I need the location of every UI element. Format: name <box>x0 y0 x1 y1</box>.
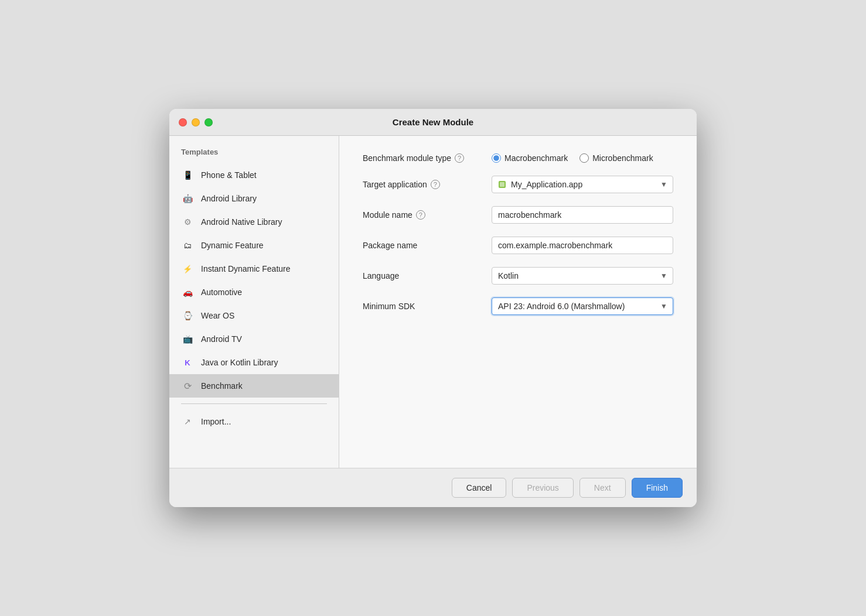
close-button[interactable] <box>179 118 187 126</box>
sidebar-item-instant-dynamic-feature[interactable]: Instant Dynamic Feature <box>169 257 339 280</box>
sidebar-item-import[interactable]: Import... <box>169 410 339 434</box>
previous-button[interactable]: Previous <box>512 478 573 498</box>
module-name-input[interactable] <box>492 206 673 224</box>
create-new-module-dialog: Create New Module Templates Phone & Tabl… <box>169 109 697 507</box>
target-application-select[interactable]: My_Application.app <box>492 176 673 193</box>
microbenchmark-radio[interactable] <box>579 153 589 163</box>
sidebar-item-label: Dynamic Feature <box>201 241 264 250</box>
native-library-icon <box>181 215 194 228</box>
sidebar-item-java-kotlin-library[interactable]: Java or Kotlin Library <box>169 351 339 374</box>
sidebar-item-android-library[interactable]: Android Library <box>169 187 339 210</box>
sidebar-item-benchmark[interactable]: Benchmark <box>169 374 339 398</box>
target-application-label: Target application ? <box>363 180 480 189</box>
sidebar-item-label: Java or Kotlin Library <box>201 358 278 367</box>
sidebar-item-label: Android TV <box>201 334 242 344</box>
sidebar: Templates Phone & Tablet Android Library… <box>169 136 339 468</box>
import-icon <box>181 415 194 428</box>
target-application-help[interactable]: ? <box>431 180 440 189</box>
language-row: Language Kotlin Java ▼ <box>363 267 673 285</box>
microbenchmark-label: Microbenchmark <box>592 153 653 163</box>
benchmark-module-type-radio-group: Macrobenchmark Microbenchmark <box>492 153 673 163</box>
language-select[interactable]: Kotlin Java <box>492 267 673 285</box>
package-name-input[interactable] <box>492 237 673 254</box>
dialog-body: Templates Phone & Tablet Android Library… <box>169 136 697 468</box>
benchmark-module-type-label: Benchmark module type ? <box>363 153 480 163</box>
module-name-control <box>492 206 673 224</box>
sidebar-item-label: Wear OS <box>201 311 234 320</box>
target-application-select-wrapper: My_Application.app ▼ <box>492 176 673 193</box>
sidebar-item-phone-tablet[interactable]: Phone & Tablet <box>169 163 339 187</box>
sidebar-divider <box>181 403 327 404</box>
target-application-row: Target application ? My_Application.app … <box>363 176 673 193</box>
tv-icon <box>181 333 194 345</box>
sidebar-item-wear-os[interactable]: Wear OS <box>169 304 339 327</box>
benchmark-module-type-row: Benchmark module type ? Macrobenchmark M… <box>363 153 673 163</box>
benchmark-icon <box>181 379 194 392</box>
sidebar-item-label: Instant Dynamic Feature <box>201 264 291 273</box>
sidebar-item-label: Import... <box>201 417 231 426</box>
sidebar-item-android-native-library[interactable]: Android Native Library <box>169 210 339 234</box>
maximize-button[interactable] <box>204 118 213 126</box>
module-name-label: Module name ? <box>363 210 480 220</box>
sidebar-header: Templates <box>169 148 339 163</box>
sidebar-item-label: Android Library <box>201 194 257 203</box>
traffic-lights <box>179 118 213 126</box>
benchmark-module-type-control: Macrobenchmark Microbenchmark <box>492 153 673 163</box>
wear-icon <box>181 309 194 322</box>
package-name-label: Package name <box>363 241 480 250</box>
macrobenchmark-label: Macrobenchmark <box>504 153 568 163</box>
language-label: Language <box>363 271 480 280</box>
target-application-control: My_Application.app ▼ <box>492 176 673 193</box>
package-name-row: Package name <box>363 237 673 254</box>
module-name-row: Module name ? <box>363 206 673 224</box>
sidebar-item-label: Android Native Library <box>201 217 282 227</box>
macrobenchmark-radio[interactable] <box>492 153 501 163</box>
minimum-sdk-label: Minimum SDK <box>363 302 480 311</box>
minimum-sdk-control: API 23: Android 6.0 (Marshmallow) API 21… <box>492 297 673 315</box>
kotlin-icon <box>181 356 194 369</box>
automotive-icon <box>181 286 194 299</box>
sidebar-item-label: Phone & Tablet <box>201 170 257 180</box>
minimize-button[interactable] <box>192 118 200 126</box>
minimum-sdk-select[interactable]: API 23: Android 6.0 (Marshmallow) API 21… <box>492 297 673 315</box>
microbenchmark-option[interactable]: Microbenchmark <box>579 153 653 163</box>
minimum-sdk-row: Minimum SDK API 23: Android 6.0 (Marshma… <box>363 297 673 315</box>
finish-button[interactable]: Finish <box>632 478 683 498</box>
content-area: Benchmark module type ? Macrobenchmark M… <box>339 136 697 468</box>
title-bar: Create New Module <box>169 109 697 136</box>
sidebar-item-label: Benchmark <box>201 381 243 391</box>
sidebar-item-dynamic-feature[interactable]: Dynamic Feature <box>169 234 339 257</box>
dialog-footer: Cancel Previous Next Finish <box>169 468 697 507</box>
module-name-help[interactable]: ? <box>416 210 425 220</box>
dynamic-icon <box>181 239 194 252</box>
package-name-control <box>492 237 673 254</box>
instant-icon <box>181 262 194 275</box>
macrobenchmark-option[interactable]: Macrobenchmark <box>492 153 568 163</box>
sidebar-item-automotive[interactable]: Automotive <box>169 280 339 304</box>
language-select-wrapper: Kotlin Java ▼ <box>492 267 673 285</box>
next-button[interactable]: Next <box>579 478 626 498</box>
sidebar-item-label: Automotive <box>201 288 242 297</box>
dialog-title: Create New Module <box>393 117 473 127</box>
cancel-button[interactable]: Cancel <box>452 478 507 498</box>
sidebar-items: Phone & Tablet Android Library Android N… <box>169 163 339 456</box>
language-control: Kotlin Java ▼ <box>492 267 673 285</box>
phone-icon <box>181 169 194 182</box>
benchmark-module-type-help[interactable]: ? <box>455 153 464 163</box>
sidebar-item-android-tv[interactable]: Android TV <box>169 327 339 351</box>
minimum-sdk-select-wrapper: API 23: Android 6.0 (Marshmallow) API 21… <box>492 297 673 315</box>
android-icon <box>181 192 194 205</box>
